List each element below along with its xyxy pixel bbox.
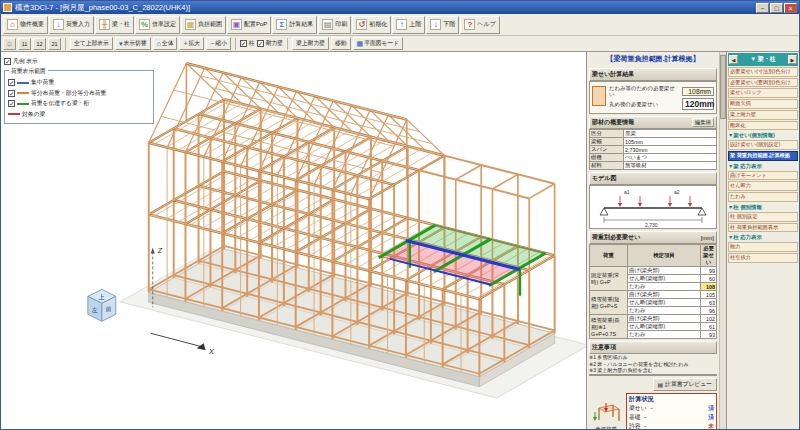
button-label: 拡大 [189,39,201,48]
member-info-table: 区分屋梁梁幅105mmスパン2,730mm樹種べいまつ材料無等級材 [589,129,717,170]
toolbar-button-label: 初期化 [369,20,387,29]
sidebar-item-10[interactable]: 曲げモーメント [728,171,798,181]
member-info-value: 屋梁 [624,130,717,138]
sidebar-item-2[interactable]: 梁せいロック [728,88,798,98]
sidebar-item-17[interactable]: 軸力 [728,242,798,252]
member-info-value: べいまつ [624,154,717,162]
show-all-upper-button[interactable]: 全て上部表示 [70,37,113,50]
sidebar-item-18[interactable]: 柱引抜力 [728,253,798,263]
detail-scrollbar-thumb[interactable] [720,55,726,119]
required-depth-label: たわみ等のための必要梁せい [609,85,680,97]
pane-layout-button-split12[interactable]: 12 [33,38,46,50]
target-beam-color-chip [8,113,20,115]
toolbar-button-bukken[interactable]: ⌂物件概要 [3,16,48,34]
sidebar-prev-button[interactable]: ◀ [729,55,738,64]
load-display-check-2[interactable]: ✓荷重を伝達する梁・桁 [8,99,150,108]
range-icon: ▦ [185,19,196,30]
member-info-row: 樹種べいまつ [590,154,717,162]
calc-status-row: 許容－未 [629,422,714,429]
toolbar-button-label: 負担範囲 [198,20,222,29]
member-info-label: 材料 [590,162,624,170]
toolbar-button-uekai[interactable]: ↑上階 [392,16,425,34]
member-info-label: スパン [590,146,624,154]
toolbar-separator [235,38,236,50]
loads-row: 固定荷重(常時) G+P曲げ(梁央部)99 [590,267,717,275]
notes-input-box[interactable] [589,374,717,376]
svg-text:X: X [208,347,215,356]
required-depth-cell: 93 [701,331,717,339]
legend-color-chip [17,103,29,105]
sidebar-item-3[interactable]: 断面欠損 [728,99,798,109]
toolbar-button-futan[interactable]: ▦負担範囲 [181,16,226,34]
move-button[interactable]: 移動 [331,37,351,50]
span-dimension-label: 2,730 [645,222,658,228]
loads-col-header: 荷重 [590,245,628,267]
sidebar-item-5[interactable]: 剛床化 [728,121,798,131]
status-value: 済 [708,413,714,422]
detail-scrollbar[interactable] [719,52,726,429]
sidebar-item-15[interactable]: 柱 荷重負担範囲表示 [728,223,798,233]
burden-load-indicator: 負担荷重 [589,402,623,429]
sidebar-group-header: ▼柱 応力表示 [728,234,798,241]
sidebar-item-1[interactable]: 必要梁せい(要因別)色分け [728,78,798,88]
model-figure-svg: a1 a2 2,730 [590,186,716,228]
legend-checkbox[interactable]: ✓ [4,58,11,65]
required-depth-cell: 63 [701,299,717,307]
plan-mode-button[interactable]: ▦平面図モード [353,37,404,50]
toolbar-button-hari[interactable]: ╫梁・柱 [95,16,134,34]
pane-layout-button-split11[interactable]: 11 [18,38,31,50]
loads-row: 積雪荷重(長期)※1 G+P+0.7S曲げ(梁央部)102 [590,315,717,323]
close-button[interactable]: × [784,3,797,13]
beam-result-section-header: 梁せい計算結果 [589,68,717,81]
rounded-depth-value: 120mm [682,98,714,110]
member-info-value: 105mm [624,138,717,146]
sidebar-item-7[interactable]: 設計梁せい(個別設定) [728,140,798,150]
toolbar-button-bairitsu[interactable]: %倍率設定 [135,16,180,34]
checkbox-label: 柱 [249,39,255,48]
fit-view-button[interactable]: ⌂全体 [153,37,178,50]
sidebar-item-0[interactable]: 必要梁せい(寸法別)色分け [728,67,798,77]
toolbar-checkbox-0[interactable]: ✓柱 [240,39,255,48]
check-item-label: たわみ [628,283,701,291]
button-label: 全体 [162,39,174,48]
sidebar-item-11[interactable]: せん断力 [728,181,798,191]
zoom-in-button[interactable]: +拡大 [179,37,204,50]
maximize-button[interactable]: □ [770,3,783,13]
toolbar-button-shokika[interactable]: ↺初期化 [352,16,391,34]
member-info-row: 材料無等級材 [590,162,717,170]
display-toggle-button[interactable]: ▾表示切替 [115,37,151,50]
toolbar-button-insatsu[interactable]: ▤印刷 [318,16,351,34]
toolbar-button-kaju[interactable]: ↓荷重入力 [49,16,94,34]
legend-color-chip [17,82,29,84]
3d-viewport[interactable]: 上左前ZX ✓ 凡例 表示 荷重表示範囲 ✓集中荷重✓等分布荷重・部分等分布荷重… [1,52,587,429]
toolbar-button-haichi[interactable]: ▣配置PoP [227,16,271,34]
titlebar: 構造3DCi-7 - [例月屋_phase00-03_C_28022(UHK4)… [1,1,799,14]
toolbar-button-help[interactable]: ?ヘルプ [460,16,499,34]
display-options-panel: ✓ 凡例 表示 荷重表示範囲 ✓集中荷重✓等分布荷重・部分等分布荷重✓荷重を伝達… [3,54,155,125]
sidebar-item-14[interactable]: 柱 個別設定 [728,212,798,222]
beam-shearwall-button[interactable]: 梁上耐力壁 [292,37,329,50]
svg-text:左: 左 [92,307,98,313]
sidebar-item-12[interactable]: たわみ [728,192,798,202]
status-dash: － [643,413,649,422]
notes-section-header: 注意事項 [589,341,717,354]
load-mark-a1: a1 [624,189,630,195]
pane-layout-button-single[interactable]: □ [3,38,16,50]
status-value: 未 [708,422,714,429]
toolbar-button-keisan[interactable]: Σ計算結果 [272,16,317,34]
edit-values-button[interactable]: 編集値 [692,118,714,127]
minimize-button[interactable]: － [756,3,769,13]
sidebar-item-8[interactable]: 梁 荷重負担範囲.計算根拠 [728,151,798,161]
content-area: 上左前ZX ✓ 凡例 表示 荷重表示範囲 ✓集中荷重✓等分布荷重・部分等分布荷重… [1,52,799,429]
zoom-out-button[interactable]: −縮小 [206,37,231,50]
load-display-check-0[interactable]: ✓集中荷重 [8,78,150,87]
member-info-header-label: 部材の概要情報 [592,118,634,127]
calc-report-preview-button[interactable]: ▤ 計算書プレビュー [653,378,717,391]
toolbar-checkbox-1[interactable]: ✓耐力壁 [257,39,283,48]
pane-layout-button-split21[interactable]: 21 [48,38,61,50]
load-display-check-1[interactable]: ✓等分布荷重・部分等分布荷重 [8,89,150,98]
toolbar-button-shitakai[interactable]: ↓下階 [426,16,459,34]
sidebar-item-4[interactable]: 梁上耐力壁 [728,110,798,120]
member-info-section-header: 部材の概要情報 編集値 [589,116,717,129]
sidebar-next-button[interactable]: ▶ [788,55,797,64]
